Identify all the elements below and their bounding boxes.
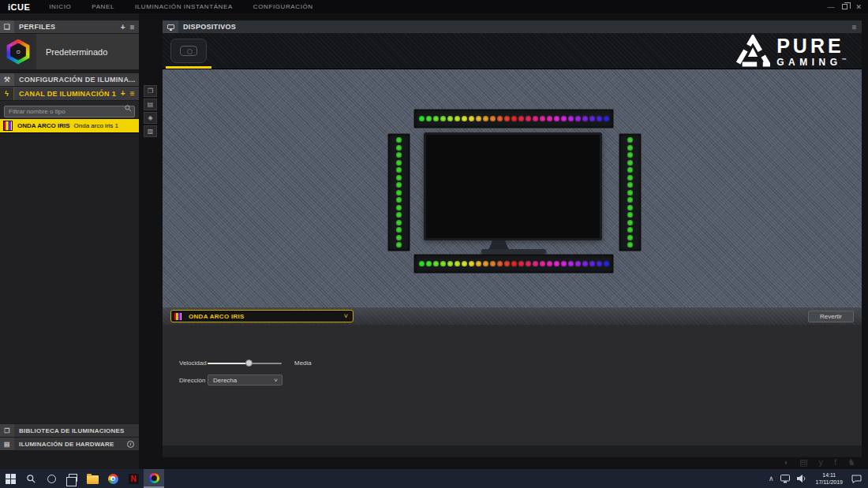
led-dot [455, 116, 460, 121]
led-dot [597, 116, 602, 121]
speed-label: Velocidad [179, 359, 208, 367]
lighting-channel-header[interactable]: ϟ CANAL DE ILUMINACIÓN 1 + ≡ [0, 87, 139, 100]
app-logo: iCUE [8, 2, 30, 12]
led-dot [447, 261, 453, 266]
cortana-button[interactable] [41, 469, 62, 488]
led-dot [627, 167, 633, 173]
netflix-button[interactable]: N [123, 469, 144, 488]
social-links: ◖ ▤ y f ♞ [784, 457, 856, 468]
paste-icon[interactable]: ▤ [144, 99, 157, 110]
devices-menu-icon[interactable]: ≡ [852, 23, 857, 32]
taskbar-search-button[interactable] [21, 469, 41, 488]
chat-icon[interactable]: ▤ [799, 457, 807, 468]
led-dot [462, 116, 467, 121]
led-dot [627, 235, 633, 240]
netflix-icon: N [129, 474, 139, 484]
led-dot [540, 116, 545, 121]
speaker-icon[interactable] [797, 475, 806, 482]
channel-title: CANAL DE ILUMINACIÓN 1 [19, 90, 116, 98]
device-tab-lighting-node[interactable] [170, 39, 207, 63]
task-view-button[interactable] [62, 469, 82, 488]
speed-slider-knob[interactable] [245, 359, 253, 367]
led-dot [582, 261, 588, 266]
add-effect-icon[interactable]: + [121, 89, 125, 98]
active-tab-underline [166, 66, 211, 69]
trash-icon[interactable]: ▥ [144, 125, 157, 137]
gamepad-icon[interactable]: ◖ [784, 457, 789, 468]
twitter-icon[interactable]: y [819, 457, 824, 468]
windows-taskbar: N ∧ 14:11 17/11/2019 [0, 469, 868, 488]
device-lighting-canvas[interactable] [163, 69, 862, 307]
led-dot [396, 145, 402, 151]
icue-taskbar-button[interactable] [144, 469, 164, 488]
close-icon[interactable]: ✕ [855, 3, 862, 11]
search-icon [125, 105, 132, 112]
led-dot [627, 205, 633, 210]
led-dot [604, 116, 609, 121]
led-dot [554, 116, 559, 121]
profiles-panel-header[interactable]: ❏ PERFILES + ≡ [0, 20, 139, 33]
facebook-icon[interactable]: f [834, 457, 836, 468]
led-strip-bottom[interactable] [413, 254, 614, 274]
effect-list-item-selected[interactable]: ONDA ARCO IRIS Onda arco iris 1 [0, 119, 139, 132]
direction-value: Derecha [213, 377, 237, 384]
led-dot [396, 220, 402, 225]
led-dot [627, 145, 633, 151]
led-dot [604, 261, 609, 266]
lighting-setup-header[interactable]: ⚒ CONFIGURACIÓN DE ILUMINA... [0, 73, 139, 86]
sidebar-item-lighting-library[interactable]: ❒ BIBLIOTECA DE ILUMINACIONES [0, 424, 139, 437]
action-center-icon[interactable] [851, 475, 862, 483]
tray-chevron-up-icon[interactable]: ∧ [769, 475, 774, 482]
start-button[interactable] [0, 469, 21, 488]
network-icon[interactable] [780, 475, 790, 483]
led-dot [526, 116, 531, 121]
copy-icon[interactable]: ❐ [144, 85, 157, 97]
led-dot [440, 116, 446, 121]
effect-tools-toolbar: ❐ ▤ ◈ ▥ [144, 85, 157, 137]
file-explorer-button[interactable] [82, 469, 103, 488]
profiles-menu-icon[interactable]: ≡ [130, 23, 135, 32]
monitor-stand-base [481, 249, 546, 254]
add-profile-icon[interactable]: + [121, 23, 125, 32]
sidebar: ❏ PERFILES + ≡ ○ Predeterminado ⚒ CONFIG… [0, 13, 139, 469]
led-strip-top[interactable] [413, 109, 614, 129]
info-icon[interactable]: i [127, 441, 134, 448]
menu-item-inicio[interactable]: INICIO [49, 3, 71, 10]
monitor-illustration [424, 132, 602, 240]
hardware-label: ILUMINACIÓN DE HARDWARE [19, 441, 114, 448]
devices-panel-header: DISPOSITIVOS ≡ [163, 20, 862, 33]
community-icon[interactable]: ♞ [847, 457, 855, 468]
direction-select[interactable]: Derecha ˅ [208, 374, 282, 386]
chrome-button[interactable] [103, 469, 123, 488]
led-dot [511, 261, 517, 266]
devices-panel: DISPOSITIVOS ≡ PURE GAMING™ [163, 20, 862, 457]
profile-item-predeterminado[interactable]: ○ Predeterminado [0, 34, 139, 69]
menu-item-configuraci-n[interactable]: CONFIGURACIÓN [253, 3, 313, 10]
effect-type-select[interactable]: ONDA ARCO IRIS ˅ [170, 310, 354, 322]
filter-row [0, 101, 139, 118]
led-strip-left[interactable] [387, 133, 410, 251]
led-dot [419, 116, 425, 121]
filter-input[interactable] [4, 106, 135, 117]
sidebar-item-hardware-lighting[interactable]: ▤ ILUMINACIÓN DE HARDWARE i [0, 438, 139, 450]
revert-button[interactable]: Revertir [808, 311, 854, 322]
minimize-icon[interactable]: — [827, 3, 834, 11]
effect-instance: Onda arco iris 1 [74, 122, 118, 129]
tools-icon: ⚒ [0, 73, 14, 86]
led-dot [396, 167, 402, 173]
led-dot [627, 190, 633, 196]
taskbar-clock[interactable]: 14:11 17/11/2019 [815, 471, 843, 486]
menu-item-iluminaci-n-instant-nea[interactable]: ILUMINACIÓN INSTANTÁNEA [135, 3, 233, 10]
windows-logo-icon [6, 474, 16, 484]
channel-menu-icon[interactable]: ≡ [130, 89, 135, 98]
led-dot [455, 261, 460, 266]
speed-slider[interactable] [208, 359, 282, 367]
led-strip-right[interactable] [619, 133, 642, 251]
menu-item-panel[interactable]: PANEL [92, 3, 114, 10]
restore-icon[interactable] [842, 4, 847, 9]
led-dot [627, 152, 633, 158]
led-dot [561, 261, 567, 266]
eyedropper-icon[interactable]: ◈ [144, 112, 157, 124]
profile-name: Predeterminado [46, 47, 107, 57]
led-dot [426, 261, 432, 266]
